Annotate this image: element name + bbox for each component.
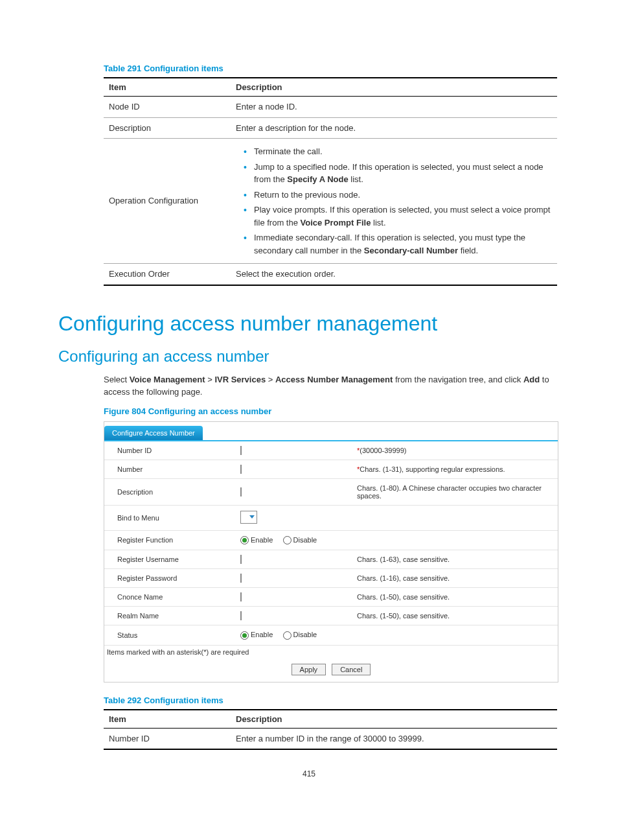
cnonce-name-input[interactable]	[240, 592, 242, 601]
label-register-function: Register Function	[104, 530, 234, 550]
label-register-username: Register Username	[104, 550, 234, 569]
label-bind-to-menu: Bind to Menu	[104, 505, 234, 530]
form-row: Register Password Chars. (1-16), case se…	[104, 569, 558, 588]
cell-item: Execution Order	[104, 264, 231, 285]
label-number: Number	[104, 460, 234, 478]
form-row: Status Enable Disable	[104, 625, 558, 646]
form-row: Number ID *(30000-39999)	[104, 441, 558, 460]
heading-2: Configuring an access number	[58, 347, 560, 366]
bullet: Return to the previous node.	[236, 189, 552, 202]
table-head-desc: Description	[231, 78, 557, 97]
form-row: Register Function Enable Disable	[104, 530, 558, 550]
cell-item: Node ID	[104, 97, 231, 118]
label-realm-name: Realm Name	[104, 607, 234, 625]
hint: Chars. (1-80). A Chinese character occup…	[350, 478, 558, 505]
register-function-disable-radio[interactable]	[283, 536, 292, 544]
bind-to-menu-select[interactable]	[240, 511, 257, 524]
table-row: Execution Order Select the execution ord…	[104, 264, 557, 285]
apply-button[interactable]: Apply	[292, 664, 326, 675]
table-row: Operation Configuration Terminate the ca…	[104, 139, 557, 264]
hint: *(30000-39999)	[350, 441, 558, 460]
status-enable-radio[interactable]	[240, 631, 249, 640]
configure-access-number-form: Configure Access Number Number ID *(3000…	[104, 421, 558, 682]
table-head-item: Item	[104, 78, 231, 97]
label-description: Description	[104, 478, 234, 505]
cell-desc: Enter a node ID.	[231, 97, 557, 118]
cell-item: Operation Configuration	[104, 139, 231, 264]
figure-804-caption: Figure 804 Configuring an access number	[104, 406, 560, 416]
table-head-desc: Description	[231, 710, 557, 729]
status-disable-radio[interactable]	[283, 631, 292, 640]
number-id-input[interactable]	[240, 446, 242, 455]
label-number-id: Number ID	[104, 441, 234, 460]
form-row: Cnonce Name Chars. (1-50), case sensitiv…	[104, 588, 558, 607]
table-head-item: Item	[104, 710, 231, 729]
hint: Chars. (1-50), case sensitive.	[350, 588, 558, 607]
required-note: Items marked with an asterisk(*) are req…	[104, 646, 558, 659]
label-status: Status	[104, 625, 234, 646]
cancel-button[interactable]: Cancel	[332, 664, 371, 675]
bullet: Terminate the call.	[236, 145, 552, 158]
tab-configure-access-number[interactable]: Configure Access Number	[104, 426, 203, 440]
label-cnonce-name: Cnonce Name	[104, 588, 234, 607]
hint: Chars. (1-50), case sensitive.	[350, 607, 558, 625]
description-input[interactable]	[240, 487, 242, 496]
number-input[interactable]	[240, 465, 242, 474]
cell-desc: Enter a description for the node.	[231, 117, 557, 139]
cell-desc: Select the execution order.	[231, 264, 557, 285]
bullet: Play voice prompts. If this operation is…	[236, 204, 552, 229]
hint: *Chars. (1-31), supporting regular expre…	[350, 460, 558, 478]
bullet: Immediate secondary-call. If this operat…	[236, 231, 552, 257]
register-password-input[interactable]	[240, 574, 242, 583]
form-row: Bind to Menu	[104, 505, 558, 530]
register-username-input[interactable]	[240, 555, 242, 564]
cell-item: Number ID	[104, 728, 231, 749]
table-292-caption: Table 292 Configuration items	[104, 695, 560, 705]
hint: Chars. (1-63), case sensitive.	[350, 550, 558, 569]
table-row: Number ID Enter a number ID in the range…	[104, 728, 557, 749]
table-row: Node ID Enter a node ID.	[104, 97, 557, 118]
table-row: Description Enter a description for the …	[104, 117, 557, 139]
heading-1: Configuring access number management	[58, 312, 560, 336]
table-291: Item Description Node ID Enter a node ID…	[104, 77, 557, 286]
register-function-enable-radio[interactable]	[240, 536, 249, 544]
form-row: Realm Name Chars. (1-50), case sensitive…	[104, 607, 558, 625]
page-number: 415	[58, 769, 560, 778]
bullet: Jump to a specified node. If this operat…	[236, 161, 552, 186]
cell-desc: Enter a number ID in the range of 30000 …	[231, 728, 557, 749]
form-row: Number *Chars. (1-31), supporting regula…	[104, 460, 558, 478]
hint: Chars. (1-16), case sensitive.	[350, 569, 558, 588]
cell-item: Description	[104, 117, 231, 139]
intro-paragraph: Select Voice Management > IVR Services >…	[104, 373, 557, 399]
table-291-caption: Table 291 Configuration items	[104, 64, 560, 73]
table-292: Item Description Number ID Enter a numbe…	[104, 709, 557, 751]
form-row: Register Username Chars. (1-63), case se…	[104, 550, 558, 569]
cell-desc: Terminate the call. Jump to a specified …	[231, 139, 557, 264]
realm-name-input[interactable]	[240, 611, 242, 620]
form-row: Description Chars. (1-80). A Chinese cha…	[104, 478, 558, 505]
tab-bar: Configure Access Number	[104, 422, 558, 441]
label-register-password: Register Password	[104, 569, 234, 588]
